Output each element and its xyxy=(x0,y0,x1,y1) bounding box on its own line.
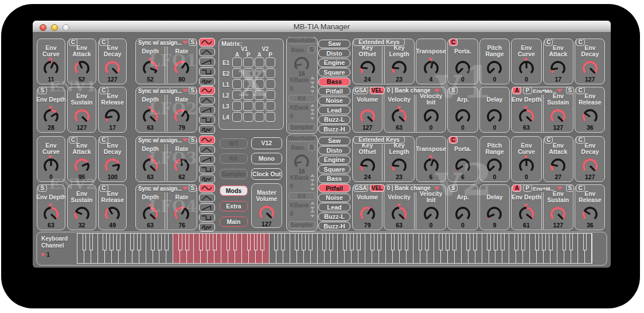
knob-arp-[interactable] xyxy=(454,107,472,126)
black-key-midi-37[interactable] xyxy=(227,234,231,250)
stepper-down-icon[interactable] xyxy=(310,215,315,218)
waveform-button-ramp[interactable] xyxy=(199,203,215,212)
sound-button-lead[interactable]: Lead xyxy=(318,203,350,211)
knob-env-sustain[interactable] xyxy=(549,107,567,126)
bank-dropdown[interactable]: 0 | Bank change xyxy=(387,185,430,191)
black-key-midi-123[interactable] xyxy=(569,234,573,250)
black-key-midi-1[interactable] xyxy=(83,234,87,250)
header-button-gsa[interactable]: GSA xyxy=(353,87,368,95)
corner-button-c[interactable]: C xyxy=(576,38,585,47)
corner-button-s[interactable]: S xyxy=(38,87,47,95)
sound-button-engine[interactable]: Engine xyxy=(318,156,350,164)
black-key-midi-87[interactable] xyxy=(425,234,429,250)
black-key-midi-30[interactable] xyxy=(199,234,203,250)
kit-kbank-stepper[interactable] xyxy=(310,104,315,112)
header-button-a[interactable]: A xyxy=(512,87,521,95)
knob-env-sustain[interactable] xyxy=(73,107,91,126)
matrix-cell-l2-2[interactable] xyxy=(255,90,265,100)
header-button-vel[interactable]: VEL xyxy=(370,87,385,95)
output-button-v12[interactable]: V12 xyxy=(251,137,282,149)
mode-button-main[interactable]: Main xyxy=(220,217,248,227)
waveform-button-random[interactable] xyxy=(199,77,215,86)
bank-dropdown[interactable]: 0 | Bank change xyxy=(387,87,430,94)
stepper-up-icon[interactable] xyxy=(310,210,315,212)
black-key-midi-13[interactable] xyxy=(130,234,134,250)
sync-button[interactable]: S xyxy=(566,184,574,192)
corner-button-c[interactable]: C xyxy=(69,136,78,144)
waveform-button-random[interactable] xyxy=(199,175,215,183)
waveform-button-random[interactable] xyxy=(199,223,215,231)
kit-tab[interactable]: Kit xyxy=(288,95,315,102)
matrix-cell-l3-2[interactable] xyxy=(255,101,265,111)
lfo-sync-button[interactable]: S xyxy=(189,87,197,95)
knob-transpose[interactable] xyxy=(422,59,440,78)
corner-button-c[interactable]: C xyxy=(576,87,585,95)
knob-env-curve[interactable] xyxy=(517,59,536,78)
mode-button-extra[interactable]: Extra xyxy=(220,201,248,212)
knob-env-attack[interactable] xyxy=(549,59,567,78)
kit-tab[interactable]: Kit xyxy=(288,192,315,200)
black-key-midi-49[interactable] xyxy=(274,234,278,250)
stepper-down-icon[interactable] xyxy=(310,82,315,84)
waveform-button-sine[interactable] xyxy=(199,184,215,192)
black-key-midi-22[interactable] xyxy=(165,234,169,250)
dropdown-arrow-icon[interactable] xyxy=(557,187,563,190)
black-key-midi-111[interactable] xyxy=(521,234,525,250)
knob-env-depth[interactable] xyxy=(517,205,536,223)
sound-button-saw[interactable]: Saw xyxy=(318,137,350,145)
knob-pitch-range[interactable] xyxy=(485,59,504,78)
waveform-button-triangle[interactable] xyxy=(199,145,215,154)
sound-button-buzz-l[interactable]: Buzz-L xyxy=(318,115,350,124)
section-tab-extended-keys[interactable]: Extended Keys xyxy=(353,38,405,47)
wavetable-bank-stepper[interactable] xyxy=(310,85,315,93)
modsource-dropdown[interactable]: Env*Mo... xyxy=(533,88,556,94)
waveform-button-ramp[interactable] xyxy=(199,57,215,66)
knob-rate[interactable] xyxy=(173,59,191,78)
matrix-cell-l3-3[interactable] xyxy=(266,101,276,111)
wavetable-tab[interactable]: Wavetable xyxy=(288,134,315,142)
stepper-down-icon[interactable] xyxy=(310,90,315,93)
black-key-midi-10[interactable] xyxy=(116,234,120,250)
knob-volume[interactable] xyxy=(358,205,377,223)
black-key-midi-94[interactable] xyxy=(452,234,456,250)
waveform-button-square[interactable] xyxy=(199,165,215,173)
black-key-midi-66[interactable] xyxy=(343,234,347,250)
matrix-cell-l1-0[interactable] xyxy=(232,79,243,89)
knob-velocity[interactable] xyxy=(390,205,408,223)
matrix-cell-l4-0[interactable] xyxy=(232,112,243,122)
wavetable-tab[interactable]: Wavetable xyxy=(288,37,315,44)
matrix-cell-e2-1[interactable] xyxy=(243,68,253,78)
waveform-button-random[interactable] xyxy=(199,125,215,134)
kit-kbank-stepper[interactable] xyxy=(310,202,315,210)
knob-env-curve[interactable] xyxy=(42,59,60,78)
corner-button-s[interactable]: S xyxy=(449,184,458,192)
knob-transpose[interactable] xyxy=(422,157,440,175)
dropdown-arrow-icon[interactable] xyxy=(434,187,440,190)
waveform-button-triangle[interactable] xyxy=(199,48,215,56)
sound-button-engine[interactable]: Engine xyxy=(318,59,350,67)
black-key-midi-75[interactable] xyxy=(377,234,381,250)
lfo-sync-button[interactable]: S xyxy=(189,184,197,192)
section-tab-extended-keys[interactable]: Extended Keys xyxy=(353,136,405,144)
sampler-tab[interactable]: Sampler xyxy=(288,123,315,131)
wavetable-bank-stepper[interactable] xyxy=(310,183,315,191)
black-key-midi-109[interactable] xyxy=(514,234,518,250)
stepper-up-icon[interactable] xyxy=(310,85,315,88)
black-key-midi-70[interactable] xyxy=(357,234,361,250)
knob-env-depth[interactable] xyxy=(517,107,536,126)
sound-button-buzz-l[interactable]: Buzz-L xyxy=(318,212,350,221)
black-key-midi-121[interactable] xyxy=(563,234,567,250)
black-key-midi-8[interactable] xyxy=(110,234,114,250)
stepper-up-icon[interactable] xyxy=(310,183,315,186)
black-key-midi-97[interactable] xyxy=(466,234,470,250)
knob-depth[interactable] xyxy=(141,107,159,126)
knob-velocity[interactable] xyxy=(390,107,408,126)
black-key-midi-90[interactable] xyxy=(439,234,443,250)
black-key-midi-116[interactable] xyxy=(542,234,546,250)
knob-key-offset[interactable] xyxy=(358,157,377,175)
black-key-midi-102[interactable] xyxy=(487,234,491,250)
knob-env-sustain[interactable] xyxy=(549,205,567,223)
dropdown-arrow-icon[interactable] xyxy=(182,41,188,44)
knob-pitch-range[interactable] xyxy=(485,157,504,175)
matrix-cell-l3-1[interactable] xyxy=(243,101,253,111)
